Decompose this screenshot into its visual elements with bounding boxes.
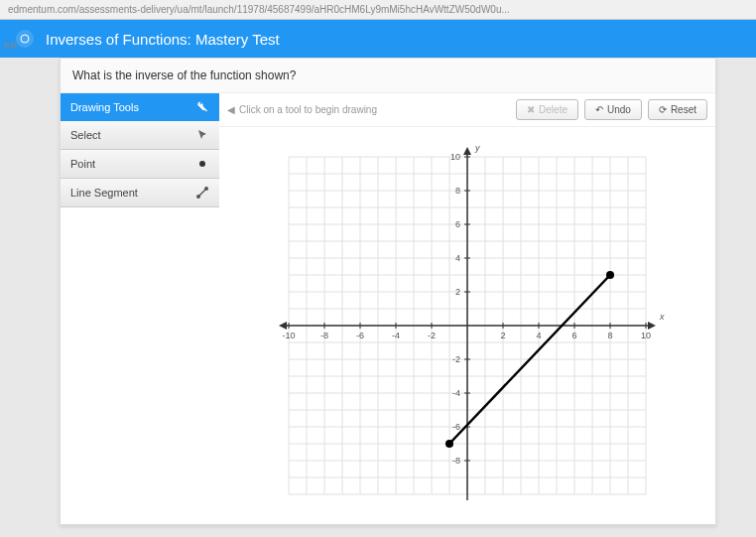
svg-point-94 xyxy=(606,271,614,279)
browser-url-bar: edmentum.com/assessments-delivery/ua/mt/… xyxy=(0,0,756,20)
svg-point-1 xyxy=(199,161,205,167)
reset-button-label: Reset xyxy=(671,104,696,115)
point-icon xyxy=(195,157,209,171)
graph-canvas-area: ◀ Click on a tool to begin drawing ✖ Del… xyxy=(219,93,715,524)
svg-text:4: 4 xyxy=(536,331,541,340)
tool-label: Point xyxy=(70,158,95,170)
header-menu-icon[interactable] xyxy=(16,30,34,48)
svg-marker-51 xyxy=(463,147,471,155)
workspace: Drawing Tools Select Point Line Segment xyxy=(61,93,715,524)
svg-text:-4: -4 xyxy=(392,331,400,340)
svg-line-4 xyxy=(198,189,206,197)
svg-point-0 xyxy=(21,35,29,43)
hint-arrow-icon: ◀ xyxy=(227,104,235,115)
tool-point[interactable]: Point xyxy=(61,150,219,179)
tool-label: Line Segment xyxy=(70,187,138,199)
svg-text:-4: -4 xyxy=(452,388,460,398)
svg-text:10: 10 xyxy=(450,152,460,162)
tool-label: Select xyxy=(70,129,101,141)
assessment-panel: What is the inverse of the function show… xyxy=(60,58,716,525)
svg-text:-2: -2 xyxy=(452,354,460,364)
line-segment-icon xyxy=(195,186,209,200)
undo-icon: ↶ xyxy=(595,104,603,115)
graph-container[interactable]: -10-8-6-4-2246810-8-6-4-2246810xy xyxy=(219,127,715,524)
canvas-toolbar: ◀ Click on a tool to begin drawing ✖ Del… xyxy=(219,93,715,127)
svg-text:6: 6 xyxy=(571,331,576,340)
svg-text:8: 8 xyxy=(455,186,460,196)
svg-text:2: 2 xyxy=(500,331,505,340)
svg-text:-10: -10 xyxy=(282,331,295,340)
svg-marker-49 xyxy=(648,322,656,330)
canvas-hint-text: Click on a tool to begin drawing xyxy=(239,104,377,115)
svg-text:-6: -6 xyxy=(452,422,460,432)
svg-marker-50 xyxy=(279,322,287,330)
tool-select[interactable]: Select xyxy=(61,121,219,150)
drawing-tools-panel: Drawing Tools Select Point Line Segment xyxy=(61,93,219,524)
svg-text:y: y xyxy=(474,143,480,153)
svg-text:-8: -8 xyxy=(320,331,328,340)
delete-button[interactable]: ✖ Delete xyxy=(516,99,578,120)
delete-icon: ✖ xyxy=(527,104,535,115)
cursor-icon xyxy=(195,128,209,142)
svg-text:-2: -2 xyxy=(428,331,436,340)
reset-button[interactable]: ⟳ Reset xyxy=(648,99,707,120)
svg-text:8: 8 xyxy=(607,331,612,340)
reset-icon: ⟳ xyxy=(659,104,667,115)
page-header: Inverses of Functions: Mastery Test xyxy=(0,20,756,58)
question-text: What is the inverse of the function show… xyxy=(61,59,715,93)
svg-text:x: x xyxy=(659,312,665,322)
tools-panel-title: Drawing Tools xyxy=(70,101,139,113)
svg-point-93 xyxy=(445,440,453,448)
undo-button-label: Undo xyxy=(607,104,631,115)
svg-text:10: 10 xyxy=(641,331,651,340)
tool-line-segment[interactable]: Line Segment xyxy=(61,179,219,207)
delete-button-label: Delete xyxy=(539,104,567,115)
coordinate-grid[interactable]: -10-8-6-4-2246810-8-6-4-2246810xy xyxy=(269,137,666,514)
svg-text:-6: -6 xyxy=(356,331,364,340)
ext-label: ext xyxy=(4,40,17,51)
tools-panel-header: Drawing Tools xyxy=(61,93,219,121)
svg-text:2: 2 xyxy=(455,287,460,297)
svg-text:6: 6 xyxy=(455,219,460,229)
page-title: Inverses of Functions: Mastery Test xyxy=(46,31,280,48)
wrench-icon xyxy=(195,100,209,114)
canvas-hint: ◀ Click on a tool to begin drawing xyxy=(227,104,510,115)
svg-text:4: 4 xyxy=(455,253,460,263)
svg-text:-8: -8 xyxy=(452,456,460,466)
undo-button[interactable]: ↶ Undo xyxy=(584,99,642,120)
